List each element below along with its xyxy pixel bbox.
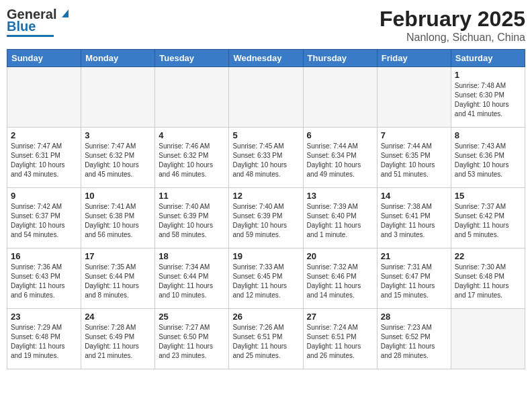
- page: General Blue February 2025 Nanlong, Sich…: [0, 0, 532, 411]
- day-number: 2: [11, 130, 77, 140]
- day-info: Sunrise: 7:32 AM Sunset: 6:46 PM Dayligh…: [307, 263, 373, 300]
- day-number: 10: [85, 191, 151, 201]
- day-info: Sunrise: 7:43 AM Sunset: 6:36 PM Dayligh…: [455, 142, 521, 179]
- day-number: 12: [232, 191, 299, 201]
- day-info: Sunrise: 7:23 AM Sunset: 6:52 PM Dayligh…: [381, 323, 447, 361]
- day-info: Sunrise: 7:30 AM Sunset: 6:48 PM Dayligh…: [455, 263, 521, 300]
- location: Nanlong, Sichuan, China: [380, 32, 525, 44]
- calendar-cell: 20Sunrise: 7:32 AM Sunset: 6:46 PM Dayli…: [303, 248, 377, 309]
- calendar-header-saturday: Saturday: [451, 50, 525, 67]
- day-number: 15: [455, 191, 521, 201]
- day-info: Sunrise: 7:26 AM Sunset: 6:51 PM Dayligh…: [232, 323, 299, 361]
- day-number: 21: [381, 251, 447, 261]
- day-info: Sunrise: 7:47 AM Sunset: 6:32 PM Dayligh…: [85, 142, 151, 179]
- day-number: 25: [159, 312, 225, 322]
- day-info: Sunrise: 7:48 AM Sunset: 6:30 PM Dayligh…: [455, 81, 521, 119]
- day-number: 1: [455, 70, 521, 80]
- calendar-cell: 13Sunrise: 7:39 AM Sunset: 6:40 PM Dayli…: [303, 188, 377, 248]
- calendar-cell: [303, 67, 377, 128]
- day-info: Sunrise: 7:38 AM Sunset: 6:41 PM Dayligh…: [381, 202, 447, 240]
- day-number: 22: [455, 251, 521, 261]
- calendar-week-row: 9Sunrise: 7:42 AM Sunset: 6:37 PM Daylig…: [7, 188, 525, 248]
- calendar-cell: 12Sunrise: 7:40 AM Sunset: 6:39 PM Dayli…: [229, 188, 303, 248]
- day-info: Sunrise: 7:44 AM Sunset: 6:34 PM Dayligh…: [307, 142, 373, 179]
- calendar-cell: 19Sunrise: 7:33 AM Sunset: 6:45 PM Dayli…: [229, 248, 303, 309]
- svg-marker-0: [62, 9, 69, 17]
- day-number: 9: [11, 191, 77, 201]
- calendar-cell: [7, 67, 81, 128]
- day-number: 16: [11, 251, 77, 261]
- day-info: Sunrise: 7:36 AM Sunset: 6:43 PM Dayligh…: [11, 263, 77, 300]
- calendar-cell: 5Sunrise: 7:45 AM Sunset: 6:33 PM Daylig…: [229, 128, 303, 188]
- day-number: 28: [381, 312, 447, 322]
- calendar-cell: 18Sunrise: 7:34 AM Sunset: 6:44 PM Dayli…: [155, 248, 229, 309]
- day-number: 7: [381, 130, 447, 140]
- day-number: 19: [232, 251, 299, 261]
- day-info: Sunrise: 7:37 AM Sunset: 6:42 PM Dayligh…: [455, 202, 521, 240]
- day-info: Sunrise: 7:34 AM Sunset: 6:44 PM Dayligh…: [159, 263, 225, 300]
- calendar-cell: 1Sunrise: 7:48 AM Sunset: 6:30 PM Daylig…: [451, 67, 525, 128]
- day-number: 14: [381, 191, 447, 201]
- day-number: 11: [159, 191, 225, 201]
- calendar-cell: 7Sunrise: 7:44 AM Sunset: 6:35 PM Daylig…: [377, 128, 451, 188]
- month-title: February 2025: [380, 7, 525, 32]
- calendar-cell: 6Sunrise: 7:44 AM Sunset: 6:34 PM Daylig…: [303, 128, 377, 188]
- calendar-header-sunday: Sunday: [7, 50, 81, 67]
- calendar-cell: [229, 67, 303, 128]
- calendar-header-row: SundayMondayTuesdayWednesdayThursdayFrid…: [7, 50, 525, 67]
- day-info: Sunrise: 7:39 AM Sunset: 6:40 PM Dayligh…: [307, 202, 373, 240]
- day-info: Sunrise: 7:42 AM Sunset: 6:37 PM Dayligh…: [11, 202, 77, 240]
- calendar-cell: 27Sunrise: 7:24 AM Sunset: 6:51 PM Dayli…: [303, 309, 377, 369]
- calendar-cell: 28Sunrise: 7:23 AM Sunset: 6:52 PM Dayli…: [377, 309, 451, 369]
- calendar-header-thursday: Thursday: [303, 50, 377, 67]
- day-info: Sunrise: 7:47 AM Sunset: 6:31 PM Dayligh…: [11, 142, 77, 179]
- title-area: February 2025 Nanlong, Sichuan, China: [380, 7, 525, 44]
- day-number: 5: [232, 130, 299, 140]
- day-number: 24: [85, 312, 151, 322]
- day-number: 4: [159, 130, 225, 140]
- day-number: 6: [307, 130, 373, 140]
- calendar-week-row: 1Sunrise: 7:48 AM Sunset: 6:30 PM Daylig…: [7, 67, 525, 128]
- day-info: Sunrise: 7:28 AM Sunset: 6:49 PM Dayligh…: [85, 323, 151, 361]
- logo-underline: [7, 35, 54, 37]
- day-info: Sunrise: 7:40 AM Sunset: 6:39 PM Dayligh…: [232, 202, 299, 240]
- calendar-cell: 14Sunrise: 7:38 AM Sunset: 6:41 PM Dayli…: [377, 188, 451, 248]
- day-info: Sunrise: 7:45 AM Sunset: 6:33 PM Dayligh…: [232, 142, 299, 179]
- calendar-cell: [81, 67, 155, 128]
- calendar-header-tuesday: Tuesday: [155, 50, 229, 67]
- calendar-cell: 9Sunrise: 7:42 AM Sunset: 6:37 PM Daylig…: [7, 188, 81, 248]
- calendar-week-row: 2Sunrise: 7:47 AM Sunset: 6:31 PM Daylig…: [7, 128, 525, 188]
- day-info: Sunrise: 7:24 AM Sunset: 6:51 PM Dayligh…: [307, 323, 373, 361]
- calendar-cell: 23Sunrise: 7:29 AM Sunset: 6:48 PM Dayli…: [7, 309, 81, 369]
- calendar-header-wednesday: Wednesday: [229, 50, 303, 67]
- day-info: Sunrise: 7:29 AM Sunset: 6:48 PM Dayligh…: [11, 323, 77, 361]
- calendar-cell: 25Sunrise: 7:27 AM Sunset: 6:50 PM Dayli…: [155, 309, 229, 369]
- calendar-cell: 4Sunrise: 7:46 AM Sunset: 6:32 PM Daylig…: [155, 128, 229, 188]
- day-number: 3: [85, 130, 151, 140]
- calendar-cell: 17Sunrise: 7:35 AM Sunset: 6:44 PM Dayli…: [81, 248, 155, 309]
- day-info: Sunrise: 7:46 AM Sunset: 6:32 PM Dayligh…: [159, 142, 225, 179]
- day-number: 23: [11, 312, 77, 322]
- calendar-cell: 11Sunrise: 7:40 AM Sunset: 6:39 PM Dayli…: [155, 188, 229, 248]
- calendar-cell: [377, 67, 451, 128]
- day-info: Sunrise: 7:40 AM Sunset: 6:39 PM Dayligh…: [159, 202, 225, 240]
- calendar-header-friday: Friday: [377, 50, 451, 67]
- calendar-week-row: 23Sunrise: 7:29 AM Sunset: 6:48 PM Dayli…: [7, 309, 525, 369]
- calendar-cell: [451, 309, 525, 369]
- day-number: 20: [307, 251, 373, 261]
- day-info: Sunrise: 7:27 AM Sunset: 6:50 PM Dayligh…: [159, 323, 225, 361]
- day-number: 18: [159, 251, 225, 261]
- calendar-cell: 2Sunrise: 7:47 AM Sunset: 6:31 PM Daylig…: [7, 128, 81, 188]
- day-info: Sunrise: 7:44 AM Sunset: 6:35 PM Dayligh…: [381, 142, 447, 179]
- calendar-cell: 16Sunrise: 7:36 AM Sunset: 6:43 PM Dayli…: [7, 248, 81, 309]
- day-number: 13: [307, 191, 373, 201]
- logo: General Blue: [7, 7, 73, 37]
- calendar-cell: 21Sunrise: 7:31 AM Sunset: 6:47 PM Dayli…: [377, 248, 451, 309]
- calendar-cell: 15Sunrise: 7:37 AM Sunset: 6:42 PM Dayli…: [451, 188, 525, 248]
- day-info: Sunrise: 7:41 AM Sunset: 6:38 PM Dayligh…: [85, 202, 151, 240]
- calendar-cell: 10Sunrise: 7:41 AM Sunset: 6:38 PM Dayli…: [81, 188, 155, 248]
- calendar-cell: 22Sunrise: 7:30 AM Sunset: 6:48 PM Dayli…: [451, 248, 525, 309]
- calendar-cell: 3Sunrise: 7:47 AM Sunset: 6:32 PM Daylig…: [81, 128, 155, 188]
- header: General Blue February 2025 Nanlong, Sich…: [7, 7, 525, 44]
- logo-triangle-icon: [58, 5, 73, 20]
